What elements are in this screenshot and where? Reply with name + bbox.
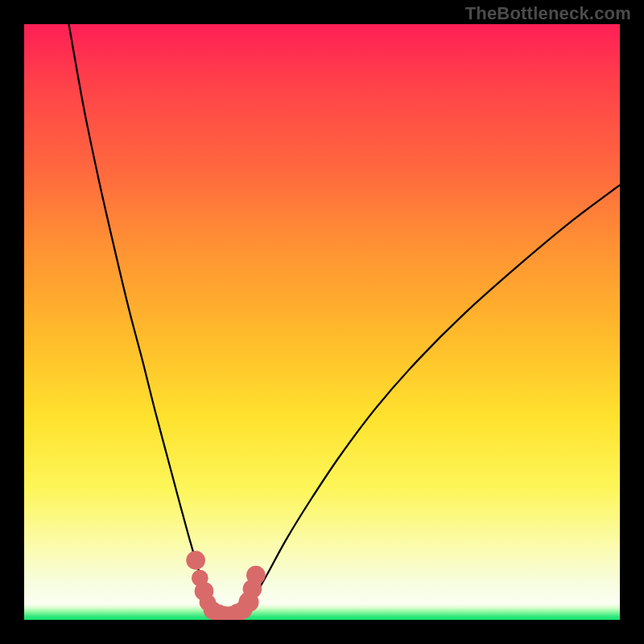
- valley-marker-group: [186, 551, 265, 620]
- plot-area: [24, 24, 620, 620]
- valley-marker-dot: [186, 551, 205, 570]
- watermark-text: TheBottleneck.com: [465, 3, 631, 24]
- chart-frame: TheBottleneck.com: [0, 0, 644, 644]
- curve-left-branch: [69, 24, 217, 614]
- curve-svg: [24, 24, 620, 620]
- valley-marker-dot: [246, 566, 266, 585]
- curve-right-branch: [242, 185, 620, 614]
